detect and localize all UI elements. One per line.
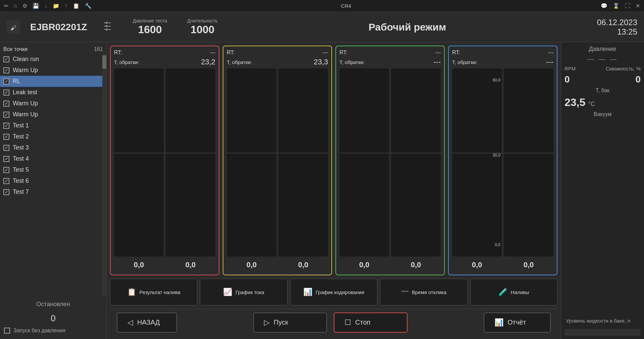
bottom-val1-2: 0,0 [339,259,389,271]
chat-icon[interactable]: 💬 [601,3,607,9]
sidebar-label-8: Test 3 [13,144,29,151]
scale-mid-3: 30,0 [493,153,500,158]
home-icon[interactable]: ⌂ [14,3,17,9]
sidebar-checkbox-12[interactable] [3,189,9,195]
report-button[interactable]: 📊 Отчёт [484,313,551,333]
back-button[interactable]: ◁ НАЗАД [117,313,177,333]
right-panel-rpm-duty-values: 0 0 [565,74,641,85]
sidebar-item-8[interactable]: Test 3 [0,142,106,153]
sidebar-checkbox-2[interactable] [3,78,9,84]
close-icon[interactable]: ✕ [636,3,640,9]
sidebar-checkbox-0[interactable] [3,56,9,62]
bottom-btn-label-3: Время отклика [412,289,446,295]
rt-value-1: --- [323,50,328,56]
sidebar-label-1: Warm Up [13,67,38,74]
right-panel-dashes: — — — [565,55,641,63]
hourglass-icon[interactable]: ⌛ [613,3,620,9]
sidebar-item-6[interactable]: Test 1 [0,120,106,131]
sidebar-scrollbar[interactable] [102,54,106,297]
temp-row-1: Т, обратки: 23,3 [227,58,328,66]
sidebar-checkbox-9[interactable] [3,156,9,162]
header-settings-icon[interactable] [101,20,113,34]
gear-icon[interactable]: ⚙ [22,3,27,9]
temp-row-2: Т, обратки: --- [339,58,441,66]
upload-icon[interactable]: ↑ [65,3,67,9]
sidebar-item-5[interactable]: Warm Up [0,109,106,120]
sidebar-checkbox-3[interactable] [3,90,9,96]
sidebar-item-9[interactable]: Test 4 [0,153,106,164]
sidebar-item-11[interactable]: Test 6 [0,175,106,186]
sidebar-checkbox-11[interactable] [3,178,9,184]
save-icon[interactable]: 💾 [33,3,39,9]
temp-row-3: Т, обратки: --- [452,58,553,66]
temp-value-2: --- [433,58,441,66]
sidebar-checkbox-1[interactable] [3,67,9,73]
download-icon[interactable]: ↓ [45,3,47,9]
temp-row-0: Т, обратки: 23,2 [114,58,215,66]
bottom-val2-2: 0,0 [391,259,441,271]
sidebar: Все точки 161 Clean runWarm UpRLLeak tes… [0,42,107,339]
bottom-btn-label-2: График кодирования [316,289,364,295]
cylinder-left-2 [339,68,389,257]
sidebar-checkbox-6[interactable] [3,123,9,129]
sidebar-status: Остановлен [0,297,106,312]
sidebar-item-12[interactable]: Test 7 [0,186,106,197]
cylinders-pair-0 [114,68,215,257]
launch-checkbox[interactable] [4,328,10,334]
sidebar-checkbox-7[interactable] [3,134,9,140]
stop-label: Стоп [355,319,370,326]
temp-label-1: Т, обратки: [227,59,252,65]
start-button[interactable]: ▷ Пуск [253,313,327,333]
tank-temp-unit: °С [588,101,595,108]
folder-icon[interactable]: 📁 [53,3,59,9]
mode-display: Рабочий режим [369,21,446,33]
titlebar-right-icons: 💬 ⌛ ⛶ ✕ [601,3,640,9]
bottom-btn-1[interactable]: 📈 График тока [200,279,287,305]
rt-row-0: RT: --- [114,50,215,56]
sidebar-checkbox-4[interactable] [3,101,9,107]
duty-label: Скважность, % [606,66,641,71]
bottom-btn-0[interactable]: 📋 Результат налива [110,279,197,305]
rt-row-2: RT: --- [339,50,441,56]
sidebar-item-7[interactable]: Test 2 [0,131,106,142]
sidebar-checkbox-8[interactable] [3,145,9,151]
dashed-line-left-1 [227,153,276,153]
liquid-level-bar [565,329,641,336]
date-display: 06.12.2023 [597,18,637,27]
rt-value-2: --- [435,50,441,56]
titlebar: ✏ ⌂ ⚙ 💾 ↓ 📁 ↑ 📋 🔧 CR4 💬 ⌛ ⛶ ✕ [0,0,644,12]
sidebar-scroll[interactable]: Clean runWarm UpRLLeak testWarm UpWarm U… [0,54,106,297]
sidebar-counter: 0 [0,312,106,325]
sidebar-scrollbar-thumb[interactable] [102,55,106,69]
edit-icon[interactable]: ✏ [4,3,8,9]
back-label: НАЗАД [137,319,160,326]
bottom-vals-1: 0,0 0,0 [227,259,328,271]
svg-point-3 [106,25,107,27]
sidebar-item-2[interactable]: RL [0,76,106,87]
temp-label-2: Т, обратки: [339,59,365,65]
rt-label-1: RT: [227,50,235,56]
bottom-btn-2[interactable]: 📊 График кодирования [290,279,377,305]
sidebar-all-points[interactable]: Все точки 161 [0,45,106,54]
sidebar-launch[interactable]: Запуск без давления [0,325,106,336]
cylinders-pair-2 [339,68,441,257]
sidebar-checkbox-5[interactable] [3,112,9,118]
sidebar-item-1[interactable]: Warm Up [0,65,106,76]
bottom-btn-4[interactable]: 🧪 Наливы [470,279,557,305]
bottom-btn-3[interactable]: 〰 Время отклика [380,279,467,305]
sidebar-item-10[interactable]: Test 5 [0,164,106,175]
expand-icon[interactable]: ⛶ [625,3,630,9]
bottom-vals-3: 0,0 0,0 [452,259,553,271]
pressure-label: Давление теста [133,18,167,23]
sidebar-item-4[interactable]: Warm Up [0,98,106,109]
sidebar-item-0[interactable]: Clean run [0,54,106,65]
play-icon: ▷ [264,318,270,327]
bottom-btn-icon-1: 📈 [223,288,232,296]
clipboard-icon[interactable]: 📋 [73,3,79,9]
cylinder-right-1 [278,68,328,257]
tools-icon[interactable]: 🔧 [85,3,92,9]
sidebar-checkbox-10[interactable] [3,167,9,173]
sidebar-item-3[interactable]: Leak test [0,87,106,98]
stop-button[interactable]: ☐ Стоп [334,313,408,333]
cylinders-pair-1 [227,68,328,257]
